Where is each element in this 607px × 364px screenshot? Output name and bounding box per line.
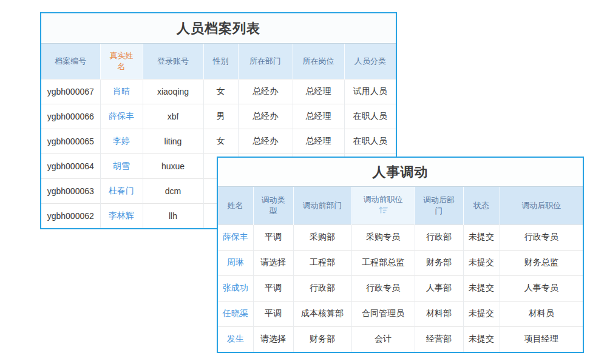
table-cell: 未提交 (463, 250, 500, 275)
table-cell: 未提交 (463, 301, 500, 326)
table-cell: xbf (143, 104, 203, 129)
person-name-link[interactable]: 胡雪 (100, 153, 143, 178)
transfer-type-cell[interactable]: 请选择 (253, 326, 293, 352)
sort-amount-icon[interactable] (379, 206, 388, 217)
table-cell: 在职人员 (344, 104, 396, 129)
table-cell: 行政部 (415, 224, 463, 250)
table-cell: 总经办 (238, 129, 293, 153)
col-header-position[interactable]: 所在岗位 (293, 44, 344, 79)
transfer-type-cell[interactable]: 平调 (253, 224, 293, 250)
table-cell: 总经办 (238, 104, 293, 129)
col-header-position-before-label: 调动前职位 (364, 194, 403, 205)
table-cell: 采购专员 (351, 224, 415, 250)
col-header-login-account[interactable]: 登录账号 (143, 44, 203, 79)
table-row: ygbh000065李婷liting女总经办总经理在职人员 (41, 129, 396, 153)
table-cell: 总经理 (293, 79, 344, 104)
person-name-link[interactable]: 杜春门 (100, 178, 143, 203)
table-row: 发生请选择财务部会计经营部未提交项目经理 (218, 326, 583, 352)
table-row: 周琳请选择工程部工程部总监财务部未提交财务总监 (218, 250, 583, 275)
table-cell: 女 (203, 129, 238, 153)
table-cell: huxue (143, 153, 203, 178)
col-header-archive-no[interactable]: 档案编号 (41, 44, 100, 79)
table-cell: ygbh000063 (41, 178, 100, 203)
table-cell: 未提交 (463, 326, 500, 352)
table-cell: 行政专员 (351, 275, 415, 301)
person-name-link[interactable]: 张成功 (218, 275, 253, 301)
table-cell: 行政专员 (500, 224, 583, 250)
person-name-link[interactable]: 肖晴 (100, 79, 143, 104)
table-cell: xiaoqing (143, 79, 203, 104)
transfer-panel: 人事调动 姓名 调动类型 调动前部门 调动前职位 (217, 157, 584, 353)
person-name-link[interactable]: 薛保丰 (218, 224, 253, 250)
transfer-panel-title: 人事调动 (218, 158, 583, 187)
archive-panel-title: 人员档案列表 (41, 13, 396, 44)
col-header-gender[interactable]: 性别 (203, 44, 238, 79)
table-cell: 在职人员 (344, 129, 396, 153)
transfer-type-cell[interactable]: 平调 (253, 301, 293, 326)
table-cell: 总经办 (238, 79, 293, 104)
table-cell: 项目经理 (500, 326, 583, 352)
col-header-department[interactable]: 所在部门 (238, 44, 293, 79)
person-name-link[interactable]: 李婷 (100, 129, 143, 153)
col-header-transfer-type[interactable]: 调动类型 (253, 187, 293, 224)
table-row: ygbh000066薛保丰xbf男总经办总经理在职人员 (41, 104, 396, 129)
col-header-position-before[interactable]: 调动前职位 (351, 187, 415, 224)
table-cell: 财务总监 (500, 250, 583, 275)
table-cell: llh (143, 203, 203, 228)
col-header-real-name[interactable]: 真实姓名 (100, 44, 143, 79)
person-name-link[interactable]: 薛保丰 (100, 104, 143, 129)
table-cell: ygbh000067 (41, 79, 100, 104)
table-cell: 工程部总监 (351, 250, 415, 275)
table-cell: 试用人员 (344, 79, 396, 104)
table-cell: 人事专员 (500, 275, 583, 301)
table-cell: 合同管理员 (351, 301, 415, 326)
table-cell: ygbh000065 (41, 129, 100, 153)
table-cell: 经营部 (415, 326, 463, 352)
table-cell: 成本核算部 (293, 301, 351, 326)
table-cell: ygbh000064 (41, 153, 100, 178)
table-cell: ygbh000062 (41, 203, 100, 228)
col-header-name[interactable]: 姓名 (218, 187, 253, 224)
table-row: 任晓渠平调成本核算部合同管理员材料部未提交材料员 (218, 301, 583, 326)
person-name-link[interactable]: 发生 (218, 326, 253, 352)
archive-header-row: 档案编号 真实姓名 登录账号 性别 所在部门 所在岗位 人员分类 (41, 44, 396, 79)
transfer-type-cell[interactable]: 平调 (253, 275, 293, 301)
table-cell: 材料部 (415, 301, 463, 326)
table-cell: 采购部 (293, 224, 351, 250)
col-header-position-after[interactable]: 调动后职位 (500, 187, 583, 224)
table-cell: dcm (143, 178, 203, 203)
transfer-type-cell[interactable]: 请选择 (253, 250, 293, 275)
table-cell: 行政部 (293, 275, 351, 301)
table-cell: 财务部 (293, 326, 351, 352)
transfer-table: 姓名 调动类型 调动前部门 调动前职位 (218, 187, 583, 352)
table-cell: liting (143, 129, 203, 153)
table-cell: 女 (203, 79, 238, 104)
table-cell: 财务部 (415, 250, 463, 275)
table-cell: 男 (203, 104, 238, 129)
table-row: ygbh000067肖晴xiaoqing女总经办总经理试用人员 (41, 79, 396, 104)
table-cell: 人事部 (415, 275, 463, 301)
table-cell: 会计 (351, 326, 415, 352)
table-cell: ygbh000066 (41, 104, 100, 129)
person-name-link[interactable]: 周琳 (218, 250, 253, 275)
transfer-table-body: 薛保丰平调采购部采购专员行政部未提交行政专员周琳请选择工程部工程部总监财务部未提… (218, 224, 583, 352)
col-header-dept-after[interactable]: 调动后部门 (415, 187, 463, 224)
table-cell: 未提交 (463, 275, 500, 301)
table-cell: 总经理 (293, 104, 344, 129)
table-cell: 总经理 (293, 129, 344, 153)
person-name-link[interactable]: 李林辉 (100, 203, 143, 228)
col-header-staff-category[interactable]: 人员分类 (344, 44, 396, 79)
table-cell: 未提交 (463, 224, 500, 250)
table-row: 张成功平调行政部行政专员人事部未提交人事专员 (218, 275, 583, 301)
transfer-header-row: 姓名 调动类型 调动前部门 调动前职位 (218, 187, 583, 224)
col-header-status[interactable]: 状态 (463, 187, 500, 224)
table-cell: 材料员 (500, 301, 583, 326)
table-row: 薛保丰平调采购部采购专员行政部未提交行政专员 (218, 224, 583, 250)
table-cell: 工程部 (293, 250, 351, 275)
col-header-dept-before[interactable]: 调动前部门 (293, 187, 351, 224)
person-name-link[interactable]: 任晓渠 (218, 301, 253, 326)
